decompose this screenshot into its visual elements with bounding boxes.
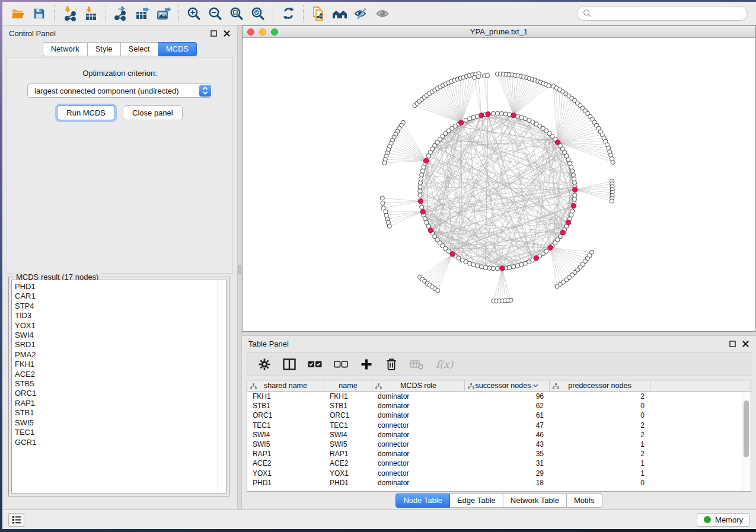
- cell[interactable]: SWI4: [247, 431, 324, 439]
- column-header-shared-name[interactable]: shared name: [247, 380, 324, 391]
- satellite-node[interactable]: [509, 298, 513, 302]
- network-node[interactable]: [487, 266, 492, 270]
- mcds-node[interactable]: [511, 113, 516, 117]
- cell[interactable]: 1: [550, 469, 650, 477]
- network-node[interactable]: [422, 165, 426, 169]
- maximize-window-icon[interactable]: [271, 28, 278, 36]
- network-canvas[interactable]: [243, 38, 755, 331]
- cell[interactable]: connector: [372, 440, 465, 448]
- table-row[interactable]: SWI4SWI4dominator462: [247, 430, 751, 440]
- cell[interactable]: FKH1: [324, 392, 372, 400]
- network-node[interactable]: [572, 177, 576, 181]
- satellite-node[interactable]: [611, 160, 615, 164]
- network-node[interactable]: [495, 111, 499, 116]
- mcds-result-item[interactable]: CAR1: [15, 291, 218, 301]
- cell[interactable]: TEC1: [324, 421, 372, 430]
- satellite-node[interactable]: [381, 201, 385, 205]
- export-network-button[interactable]: [110, 4, 132, 24]
- cell[interactable]: 0: [550, 479, 650, 487]
- network-node[interactable]: [570, 169, 575, 173]
- cell[interactable]: 46: [465, 431, 550, 439]
- deselect-all-columns-button[interactable]: [334, 357, 348, 371]
- network-node[interactable]: [492, 111, 496, 116]
- cell[interactable]: ORC1: [324, 411, 372, 419]
- cell[interactable]: ACE2: [247, 459, 324, 467]
- save-session-button[interactable]: [28, 4, 50, 24]
- cell[interactable]: 2: [550, 431, 650, 439]
- delete-column-button[interactable]: [385, 357, 398, 371]
- mcds-list-scrollbar[interactable]: [218, 280, 226, 493]
- mcds-node[interactable]: [560, 230, 565, 235]
- satellite-node[interactable]: [547, 84, 551, 88]
- cell[interactable]: 61: [465, 411, 550, 419]
- network-node[interactable]: [418, 193, 422, 197]
- optimization-criterion-select[interactable]: largest connected component (undirected): [27, 84, 212, 98]
- cell[interactable]: 35: [465, 450, 550, 458]
- cell[interactable]: 18: [465, 479, 550, 487]
- tab-node-table[interactable]: Node Table: [395, 493, 450, 508]
- show-all-button[interactable]: [372, 4, 393, 24]
- column-header-successor-nodes[interactable]: successor nodes: [465, 380, 550, 391]
- cell[interactable]: 96: [465, 392, 550, 400]
- mcds-node[interactable]: [423, 158, 428, 163]
- table-row[interactable]: PHD1PHD1dominator180: [247, 478, 751, 488]
- tab-motifs[interactable]: Motifs: [567, 493, 602, 508]
- table-row[interactable]: TEC1TEC1connector472: [247, 421, 751, 430]
- run-mcds-button[interactable]: Run MCDS: [57, 105, 115, 120]
- network-node[interactable]: [418, 185, 422, 189]
- cell[interactable]: PHD1: [247, 479, 324, 487]
- cell[interactable]: 62: [465, 402, 550, 410]
- cell[interactable]: dominator: [372, 411, 465, 419]
- close-mcds-panel-button[interactable]: Close panel: [123, 105, 183, 120]
- cell[interactable]: 2: [550, 392, 650, 400]
- network-node[interactable]: [418, 181, 422, 185]
- tab-mcds[interactable]: MCDS: [158, 42, 197, 56]
- cell[interactable]: STB1: [247, 402, 324, 410]
- search-input[interactable]: [595, 9, 742, 18]
- cell[interactable]: connector: [372, 469, 465, 477]
- cell[interactable]: 43: [465, 440, 550, 448]
- network-node[interactable]: [492, 266, 496, 270]
- cell[interactable]: TEC1: [247, 421, 324, 430]
- task-history-button[interactable]: [8, 513, 24, 527]
- mcds-result-item[interactable]: PHD1: [15, 282, 218, 291]
- table-row[interactable]: STB1STB1dominator620: [247, 401, 751, 411]
- cell[interactable]: STB1: [324, 402, 372, 410]
- network-node[interactable]: [544, 249, 548, 253]
- satellite-node[interactable]: [555, 284, 559, 289]
- network-node[interactable]: [483, 265, 487, 270]
- import-network-button[interactable]: [59, 4, 80, 24]
- network-node[interactable]: [515, 264, 519, 268]
- cell[interactable]: 0: [550, 411, 650, 419]
- table-row[interactable]: ACE2ACE2connector311: [247, 459, 751, 468]
- mcds-result-item[interactable]: STB5: [15, 379, 218, 389]
- network-node[interactable]: [503, 112, 508, 116]
- memory-button[interactable]: Memory: [697, 513, 750, 527]
- mcds-result-item[interactable]: GCR1: [15, 438, 218, 447]
- satellite-node[interactable]: [610, 199, 614, 203]
- show-column-panel-button[interactable]: [283, 357, 296, 371]
- cell[interactable]: RAP1: [324, 450, 372, 458]
- network-node[interactable]: [476, 264, 480, 268]
- network-node[interactable]: [419, 177, 423, 181]
- cell[interactable]: SWI5: [247, 440, 324, 448]
- mcds-result-item[interactable]: ACE2: [15, 370, 218, 379]
- mcds-result-item[interactable]: TID3: [15, 311, 218, 321]
- splitter-handle[interactable]: [238, 265, 241, 274]
- zoom-fit-button[interactable]: [226, 4, 247, 24]
- network-node[interactable]: [426, 154, 430, 158]
- cell[interactable]: dominator: [372, 450, 465, 458]
- mcds-result-item[interactable]: STP4: [15, 302, 218, 311]
- network-node[interactable]: [420, 173, 424, 177]
- import-table-button[interactable]: [80, 4, 101, 24]
- cell[interactable]: 29: [465, 469, 550, 477]
- network-node[interactable]: [420, 169, 425, 173]
- mcds-result-item[interactable]: SRD1: [15, 340, 218, 350]
- minimize-window-icon[interactable]: [259, 28, 266, 36]
- column-header-MCDS-role[interactable]: MCDS role: [372, 380, 465, 391]
- satellite-node[interactable]: [485, 73, 489, 78]
- close-window-icon[interactable]: [247, 28, 254, 36]
- mcds-result-item[interactable]: YOX1: [15, 321, 218, 331]
- network-node[interactable]: [495, 267, 499, 271]
- cell[interactable]: YOX1: [324, 469, 372, 477]
